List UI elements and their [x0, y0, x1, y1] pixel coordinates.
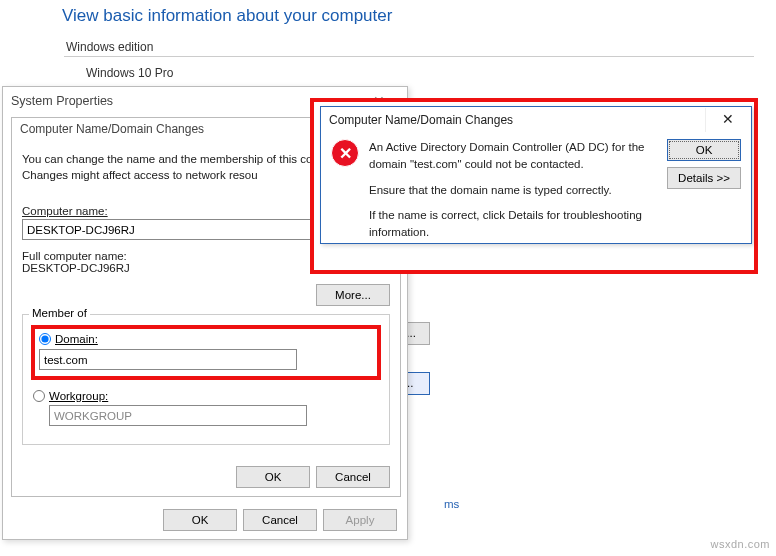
error-title: Computer Name/Domain Changes [329, 113, 513, 127]
edition-value: Windows 10 Pro [86, 66, 173, 80]
inner-cancel-button[interactable]: Cancel [316, 466, 390, 488]
domain-label: Domain: [55, 333, 98, 345]
sysprops-ok-button[interactable]: OK [163, 509, 237, 531]
error-details-button[interactable]: Details >> [667, 167, 741, 189]
edition-label: Windows edition [66, 40, 153, 54]
terms-link[interactable]: ms [444, 498, 459, 510]
member-of-group: Member of Domain: Workgroup: [22, 314, 390, 445]
close-icon[interactable]: ✕ [705, 108, 749, 132]
error-ok-button[interactable]: OK [667, 139, 741, 161]
domain-radio[interactable] [39, 333, 51, 345]
domain-radio-row[interactable]: Domain: [39, 333, 373, 345]
error-titlebar[interactable]: Computer Name/Domain Changes ✕ [321, 107, 751, 133]
workgroup-radio-row[interactable]: Workgroup: [33, 390, 381, 402]
page-title: View basic information about your comput… [62, 6, 392, 26]
more-button[interactable]: More... [316, 284, 390, 306]
workgroup-input [49, 405, 307, 426]
inner-ok-button[interactable]: OK [236, 466, 310, 488]
sysprops-title: System Properties [11, 94, 113, 108]
workgroup-label: Workgroup: [49, 390, 108, 402]
workgroup-radio[interactable] [33, 390, 45, 402]
error-line2: Ensure that the domain name is typed cor… [369, 182, 653, 199]
watermark: wsxdn.com [710, 538, 770, 550]
error-dialog: Computer Name/Domain Changes ✕ ✕ An Acti… [320, 106, 752, 244]
sysprops-cancel-button[interactable]: Cancel [243, 509, 317, 531]
error-highlight: Computer Name/Domain Changes ✕ ✕ An Acti… [310, 98, 758, 274]
error-line1: An Active Directory Domain Controller (A… [369, 139, 653, 174]
domain-input[interactable] [39, 349, 297, 370]
member-of-legend: Member of [29, 307, 90, 319]
error-icon: ✕ [331, 139, 359, 167]
domain-highlight: Domain: [31, 325, 381, 380]
sysprops-apply-button: Apply [323, 509, 397, 531]
error-text: An Active Directory Domain Controller (A… [369, 139, 657, 249]
error-line3: If the name is correct, click Details fo… [369, 207, 653, 242]
divider [64, 56, 754, 57]
